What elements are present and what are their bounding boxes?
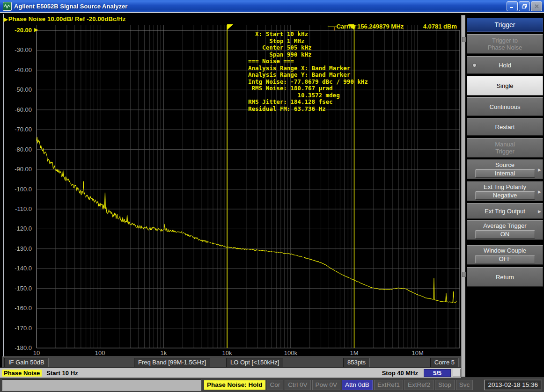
softkey-label: Source <box>495 161 515 168</box>
y-tick-label: -140.0 <box>1 265 32 272</box>
x-tick-label: 100k <box>279 349 302 356</box>
window-title: Agilent E5052B Signal Source Analyzer <box>14 3 506 10</box>
status-indicators: CorCtrl 0VPow 0VAttn 0dBExtRef1ExtRef2St… <box>267 380 475 390</box>
carrier-marker-icon: ─┬Carrier <box>328 23 356 30</box>
setting-readout: 853pts <box>343 358 370 367</box>
softkey-label: Average Trigger <box>483 222 526 229</box>
trace-header-label: Phase Noise 10.00dB/ Ref -20.00dBc/Hz <box>8 15 126 22</box>
x-tick-label: 1k <box>152 349 175 356</box>
trigger-state-badge: Phase Noise: Hold <box>204 380 265 390</box>
softkey-trigger-to-phase-noise: Trigger toPhase Noise <box>467 34 543 54</box>
close-button <box>531 1 542 11</box>
status-indicator-cor: Cor <box>267 380 284 390</box>
setting-readout: LO Opt [<150kHz] <box>226 358 283 367</box>
phase-noise-trace <box>37 137 456 303</box>
y-tick-label: -170.0 <box>1 325 32 332</box>
status-indicator-extref2: ExtRef2 <box>404 380 434 390</box>
softkey-ext-trig-polarity[interactable]: Ext Trig PolarityNegative▶ <box>467 181 543 201</box>
y-tick-label: -40.00 <box>1 66 32 73</box>
softkey-continuous[interactable]: Continuous <box>467 97 543 116</box>
softkey-average-trigger[interactable]: Average TriggerON <box>467 220 543 240</box>
softkey-restart[interactable]: Restart <box>467 118 543 136</box>
noise-analysis-readout: X: Start 10 kHz Stop 1 MHz Center 505 kH… <box>248 31 368 112</box>
y-tick-label: -110.0 <box>1 205 32 212</box>
app-icon <box>3 2 12 11</box>
setting-readout: Corre 5 <box>430 358 459 367</box>
softkey-label: Single <box>496 82 513 89</box>
softkey-label: Trigger <box>495 148 515 155</box>
y-tick-label: -20.00 <box>1 27 32 34</box>
measurement-bar: Phase Noise Start 10 Hz Stop 40 MHz 5/5 <box>0 368 464 377</box>
softkey-manual-trigger: ManualTrigger <box>467 138 543 158</box>
softkey-label: Phase Noise <box>488 44 522 51</box>
softkey-label: Hold <box>499 62 511 69</box>
carrier-frequency: 156.249879 MHz <box>357 23 404 30</box>
status-indicator-svc: Svc <box>456 380 473 390</box>
setting-readout: Freq Band [99M-1.5GHz] <box>134 358 210 367</box>
y-tick-label: -90.00 <box>1 166 32 173</box>
submenu-arrow-icon: ▶ <box>538 208 541 215</box>
page-spinner[interactable] <box>453 369 461 377</box>
softkey-label: Restart <box>495 123 515 131</box>
setting-readout: IF Gain 50dB <box>4 358 49 367</box>
band-marker-flag[interactable] <box>227 24 233 30</box>
trace-header: ▶Phase Noise 10.00dB/ Ref -20.00dBc/Hz <box>4 15 126 22</box>
softkey-single[interactable]: Single <box>467 76 543 95</box>
x-tick-label: 1M <box>343 349 366 356</box>
settings-readout-bar: IF Gain 50dBFreq Band [99M-1.5GHz]LO Opt… <box>2 356 461 368</box>
scroll-notch-bottom[interactable] <box>462 272 466 277</box>
softkey-sidebar: Trigger Trigger toPhase NoiseHoldSingleC… <box>461 14 544 377</box>
x-tick-label: 100 <box>89 349 111 356</box>
restore-button[interactable] <box>519 1 530 11</box>
softkey-window-couple[interactable]: Window CoupleOFF <box>467 245 543 265</box>
scroll-notch-top[interactable] <box>462 37 466 42</box>
sweep-stop-readout: Stop 40 MHz <box>382 370 418 377</box>
y-tick-label: -120.0 <box>1 225 32 232</box>
y-tick-label: -100.0 <box>1 186 32 193</box>
y-tick-label: -50.00 <box>1 86 32 93</box>
softkey-value: OFF <box>475 255 535 263</box>
softkey-label: Ext Trig Output <box>485 208 525 215</box>
y-tick-label: -150.0 <box>1 285 32 292</box>
softkey-value: Internal <box>475 169 535 178</box>
submenu-arrow-icon: ▶ <box>538 189 541 196</box>
softkey-hold[interactable]: Hold <box>467 56 543 74</box>
softkey-source[interactable]: SourceInternal▶ <box>467 160 543 179</box>
x-tick-label: 10 <box>25 349 48 356</box>
y-tick-label: -80.00 <box>1 146 32 153</box>
ref-level-marker-icon: ▶ <box>34 27 38 33</box>
y-tick-label: -130.0 <box>1 245 32 252</box>
page-indicator-badge[interactable]: 5/5 <box>424 369 451 377</box>
minimize-button[interactable] <box>507 1 518 11</box>
x-tick-label: 10k <box>216 349 238 356</box>
y-tick-label: -160.0 <box>1 305 32 312</box>
measurement-mode-badge[interactable]: Phase Noise <box>2 370 42 377</box>
status-indicator-extref1: ExtRef1 <box>374 380 403 390</box>
softkey-label: Ext Trig Polarity <box>484 183 526 190</box>
softkey-label: Trigger to <box>492 37 518 44</box>
y-tick-label: -70.00 <box>1 126 32 133</box>
softkey-return[interactable]: Return <box>467 267 543 287</box>
status-bar: Phase Noise: Hold CorCtrl 0VPow 0VAttn 0… <box>0 377 544 392</box>
x-tick-label: 10M <box>406 349 429 356</box>
status-indicator-stop: Stop <box>435 380 455 390</box>
carrier-readout: ─┬Carrier156.249879 MHz4.0781 dBm <box>328 23 457 30</box>
sweep-start-readout: Start 10 Hz <box>46 370 78 377</box>
status-indicator-pow: Pow 0V <box>312 380 341 390</box>
y-tick-label: -30.00 <box>1 46 32 53</box>
softkey-ext-trig-output[interactable]: Ext Trig Output▶ <box>467 203 543 219</box>
app-window: Agilent E5052B Signal Source Analyzer ▶P… <box>0 0 544 392</box>
carrier-power: 4.0781 dBm <box>423 23 457 30</box>
softkey-label: Manual <box>495 141 515 148</box>
y-tick-label: -60.00 <box>1 106 32 113</box>
status-indicator-attn: Attn 0dB <box>342 380 373 390</box>
window-titlebar: Agilent E5052B Signal Source Analyzer <box>0 0 544 13</box>
softkey-menu-title: Trigger <box>467 18 543 32</box>
datetime-readout: 2013-02-18 15:36 <box>485 380 541 390</box>
softkey-scrollbar[interactable] <box>461 15 465 377</box>
status-indicator-ctrl: Ctrl 0V <box>285 380 310 390</box>
softkey-value: ON <box>475 230 535 239</box>
softkey-label: Return <box>496 274 514 281</box>
phase-noise-plot <box>3 14 461 356</box>
submenu-arrow-icon: ▶ <box>538 167 541 174</box>
